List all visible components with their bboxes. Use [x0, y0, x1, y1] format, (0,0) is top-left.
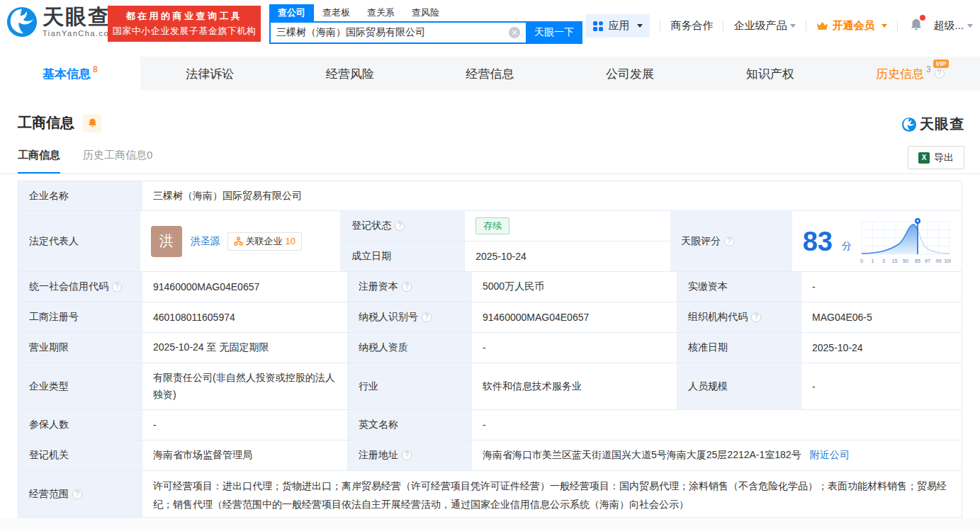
score-label: 天眼评分: [681, 235, 721, 248]
business-scope-value: 许可经营项目：进出口代理；货物进出口；离岸贸易经营（许可经营项目凭许可证件经营）…: [142, 471, 962, 517]
english-name-value: -: [472, 410, 962, 440]
score-distribution-chart: 0 1 3 15 50 85 97 99 100: [859, 216, 951, 267]
reg-address-label: 注册地址: [359, 449, 398, 462]
paid-capital-value: -: [801, 272, 962, 302]
help-icon[interactable]: ?: [751, 312, 761, 322]
search-input[interactable]: 三棵树（海南）国际贸易有限公司 ✕: [269, 21, 526, 44]
taxpayer-id-value: 91460000MAG04E0657: [472, 302, 677, 332]
tab-business-info-label: 经营信息: [466, 66, 514, 82]
nav-enterprise[interactable]: 企业级产品: [733, 19, 796, 33]
search-tab-risk[interactable]: 查风险: [403, 4, 448, 21]
search-tab-relation[interactable]: 查关系: [359, 4, 403, 21]
axis-tick: 100: [944, 258, 951, 263]
apps-menu[interactable]: 应用: [585, 14, 650, 38]
clear-search-icon[interactable]: ✕: [509, 27, 520, 38]
table-row: 登记机关 海南省市场监督管理局 注册地址 ? 海南省海口市美兰区蓝天街道国兴大道…: [18, 440, 962, 471]
field-label: 登记状态 ?: [341, 211, 465, 241]
avatar[interactable]: 洪: [151, 226, 182, 257]
section-title-row: 工商信息: [18, 113, 101, 132]
slogan-line1: 都在用的商业查询工具: [108, 10, 261, 23]
nav-enterprise-label: 企业级产品: [733, 19, 787, 33]
industry-value: 软件和信息技术服务业: [472, 363, 677, 409]
help-icon[interactable]: ?: [402, 450, 412, 460]
field-label: 成立日期: [341, 241, 465, 271]
divider: [806, 21, 806, 32]
tianyancha-watermark: 天眼查: [901, 115, 964, 134]
tab-history-info-label: 历史信息: [876, 66, 924, 82]
tab-business-info[interactable]: 经营信息: [420, 57, 561, 91]
credit-code-label: 统一社会信用代码: [29, 280, 108, 293]
subtab-business-registration[interactable]: 工商信息: [18, 149, 60, 174]
tianyancha-swirl-icon: [6, 6, 38, 38]
table-row: 营业期限 2025-10-24 至 无固定期限 纳税人资质 - 核准日期 202…: [18, 333, 962, 363]
tab-legal-proceedings[interactable]: 法律诉讼: [140, 57, 281, 91]
search-tab-boss[interactable]: 查老板: [314, 4, 359, 21]
export-button[interactable]: X 导出: [908, 146, 964, 169]
help-icon[interactable]: ?: [402, 282, 412, 292]
field-label: 经营范围 ?: [18, 471, 142, 517]
field-label: 组织机构代码 ?: [677, 302, 801, 332]
field-label: 实缴资本: [677, 272, 801, 302]
divider: [897, 21, 898, 32]
notifications-button[interactable]: [909, 18, 923, 34]
field-label: 企业类型: [18, 363, 142, 409]
help-icon[interactable]: ?: [935, 69, 945, 79]
reg-number-value: 460108011605974: [142, 302, 348, 332]
company-name-value: 三棵树（海南）国际贸易有限公司: [142, 181, 962, 210]
credit-code-value: 91460000MAG04E0657: [142, 272, 348, 302]
approval-date-value: 2025-10-24: [801, 333, 962, 363]
tab-basic-info-count: 8: [93, 64, 98, 74]
search-button[interactable]: 天眼一下: [526, 21, 582, 44]
watermark-text: 天眼查: [920, 115, 964, 134]
legal-rep-link[interactable]: 洪圣源: [191, 235, 220, 248]
legal-rep-cell: 洪 洪圣源 关联企业 10: [140, 211, 342, 271]
axis-tick: 50: [903, 258, 908, 263]
notification-dot: [920, 15, 925, 21]
tab-basic-info[interactable]: 基本信息 8: [0, 57, 140, 91]
tab-history-info[interactable]: VIP 历史信息 3 ?: [840, 57, 980, 91]
help-icon[interactable]: ?: [395, 221, 405, 231]
reg-status-label: 登记状态: [351, 220, 391, 232]
axis-tick: 3: [882, 258, 885, 263]
nearby-companies-link[interactable]: 附近公司: [810, 449, 850, 462]
help-icon[interactable]: ?: [724, 237, 734, 246]
subtab-history-registration[interactable]: 历史工商信息0: [83, 149, 152, 174]
divider: [660, 21, 660, 32]
tab-operational-risk[interactable]: 经营风险: [280, 57, 420, 91]
footer-strip: [0, 518, 980, 529]
tab-operational-risk-label: 经营风险: [326, 66, 374, 82]
business-term-value: 2025-10-24 至 无固定期限: [142, 333, 348, 363]
tianyancha-logo[interactable]: 天眼查 TianYanCha.com: [6, 6, 117, 38]
crown-icon: [816, 21, 828, 31]
insured-count-value: -: [142, 410, 348, 440]
nav-cooperation[interactable]: 商务合作: [670, 19, 713, 33]
score-cell[interactable]: 83 分: [792, 211, 962, 271]
user-account-menu[interactable]: 超级...: [933, 19, 973, 33]
table-row: 企业类型 有限责任公司(非自然人投资或控股的法人独资) 行业 软件和信息技术服务…: [18, 363, 962, 410]
related-companies-badge[interactable]: 关联企业 10: [227, 232, 302, 251]
company-type-value: 有限责任公司(非自然人投资或控股的法人独资): [142, 363, 348, 409]
org-code-label: 组织机构代码: [688, 311, 748, 324]
score-unit: 分: [842, 240, 852, 253]
tab-basic-info-label: 基本信息: [43, 66, 91, 82]
help-icon[interactable]: ?: [422, 312, 432, 322]
field-label: 注册地址 ?: [348, 440, 472, 470]
search-tab-company[interactable]: 查公司: [269, 4, 314, 21]
help-icon[interactable]: ?: [72, 489, 82, 499]
help-icon[interactable]: ?: [112, 282, 122, 292]
apps-label: 应用: [608, 19, 629, 33]
tab-intellectual-property[interactable]: 知识产权: [700, 57, 840, 91]
taxpayer-id-label: 纳税人识别号: [359, 311, 418, 324]
slogan-banner: 都在用的商业查询工具 国家中小企业发展子基金旗下机构: [108, 6, 261, 42]
open-vip-button[interactable]: 开通会员: [816, 19, 887, 33]
monitor-bell-button[interactable]: [83, 114, 101, 132]
field-label: 法定代表人: [18, 211, 140, 271]
reg-status-cell: 存续: [465, 211, 670, 241]
header: 天眼查 TianYanCha.com 都在用的商业查询工具 国家中小企业发展子基…: [0, 0, 980, 51]
axis-tick: 0: [860, 258, 863, 263]
field-label: 注册资本 ?: [348, 272, 472, 302]
search-area: 查公司 查老板 查关系 查风险 三棵树（海南）国际贸易有限公司 ✕ 天眼一下: [269, 4, 582, 44]
field-label: 企业名称: [18, 181, 142, 210]
tab-company-development[interactable]: 公司发展: [560, 57, 700, 91]
axis-tick: 99: [936, 258, 942, 263]
